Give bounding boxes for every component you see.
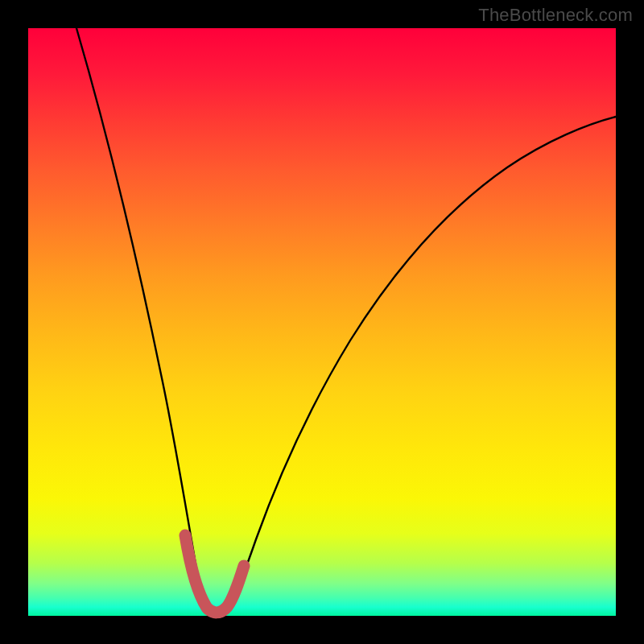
- watermark-text: TheBottleneck.com: [478, 5, 633, 26]
- bottleneck-curve-left: [76, 28, 211, 610]
- bottleneck-highlight: [185, 535, 244, 613]
- chart-frame: TheBottleneck.com: [0, 0, 644, 644]
- curve-layer: [28, 28, 616, 616]
- bottleneck-curve-right: [225, 117, 616, 610]
